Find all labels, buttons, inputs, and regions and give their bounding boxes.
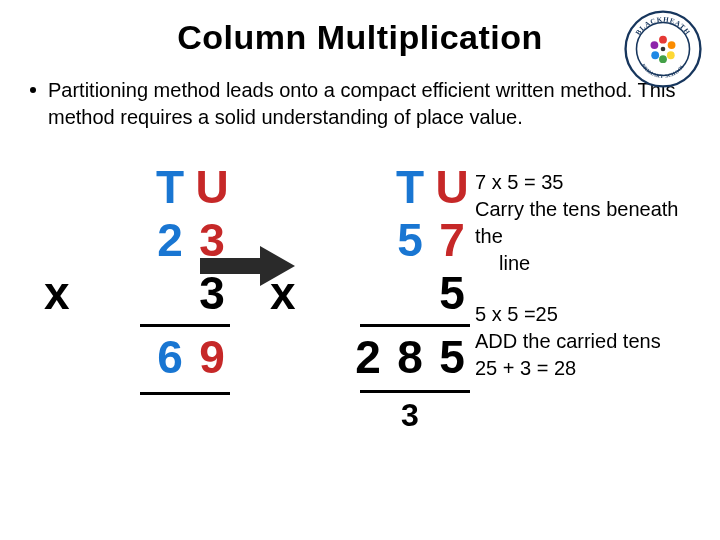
p2-result-hundreds: 2 — [350, 331, 386, 384]
explain-line-2a: Carry the tens beneath the — [475, 196, 705, 250]
p2-result-tens: 8 — [392, 331, 428, 384]
explain-line-2b: line — [475, 250, 705, 277]
bullet-text: Partitioning method leads onto a compact… — [48, 77, 690, 131]
svg-point-9 — [651, 51, 659, 59]
p2-top-units: 7 — [434, 214, 470, 267]
svg-point-10 — [651, 41, 659, 49]
p2-top-tens: 5 — [392, 214, 428, 267]
svg-point-7 — [667, 51, 675, 59]
school-logo: BLACKHEATH PRIMARY SCHOOL — [624, 10, 702, 88]
p1-rule-1 — [140, 324, 230, 327]
p2-rule-1 — [360, 324, 470, 327]
p1-result-units: 9 — [194, 331, 230, 384]
p1-header-t: T — [152, 161, 188, 214]
bullet-dot-icon — [30, 87, 36, 93]
bullet-point: Partitioning method leads onto a compact… — [0, 67, 720, 131]
svg-rect-11 — [200, 258, 262, 274]
p2-rule-2 — [360, 390, 470, 393]
p1-multiply-sign: x — [44, 267, 70, 320]
p1-top-tens: 2 — [152, 214, 188, 267]
p2-header-t: T — [392, 161, 428, 214]
svg-point-6 — [668, 41, 676, 49]
svg-point-8 — [659, 55, 667, 63]
p2-result-units: 5 — [434, 331, 470, 384]
p1-rule-2 — [140, 392, 230, 395]
p1-header-u: U — [194, 161, 230, 214]
slide-title: Column Multiplication — [0, 0, 720, 67]
svg-point-4 — [661, 47, 666, 52]
p2-carry: 3 — [392, 397, 428, 434]
explanation: 7 x 5 = 35 Carry the tens beneath the li… — [475, 169, 705, 382]
p2-mult-units: 5 — [434, 267, 470, 320]
explain-line-5: 25 + 3 = 28 — [475, 355, 705, 382]
explain-line-3: 5 x 5 =25 — [475, 301, 705, 328]
p2-header-u: U — [434, 161, 470, 214]
p2-multiply-sign: x — [270, 267, 296, 320]
explain-line-1: 7 x 5 = 35 — [475, 169, 705, 196]
svg-point-5 — [659, 36, 667, 44]
problem-2: T U 5 7 x 5 2 8 5 3 — [300, 161, 470, 433]
p1-result-tens: 6 — [152, 331, 188, 384]
content-area: T U 2 3 x 3 6 9 T U 5 7 — [0, 131, 720, 491]
explain-line-4: ADD the carried tens — [475, 328, 705, 355]
